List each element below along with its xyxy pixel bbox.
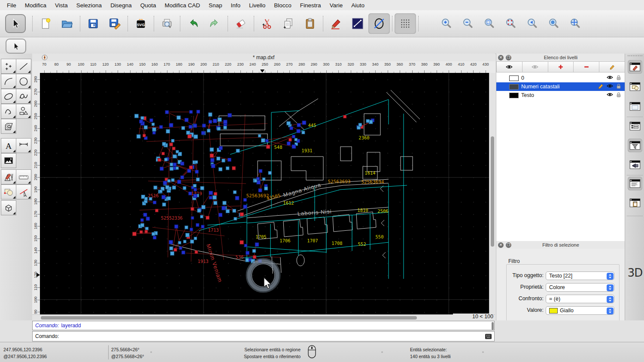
history-scrollbar-thumb[interactable] (492, 322, 494, 330)
zoom-previous-button[interactable] (522, 14, 543, 33)
hatch-tool[interactable] (1, 119, 16, 134)
cut-button[interactable] (256, 14, 278, 33)
layer-visibility-icon[interactable] (606, 83, 614, 90)
menu-item-info[interactable]: Info (227, 2, 245, 9)
new-file-button[interactable] (35, 14, 56, 33)
command-window-button[interactable] (628, 177, 642, 190)
ellipse-tool-button[interactable] (368, 13, 390, 34)
clipboard-window-button[interactable] (628, 196, 642, 210)
trim-tool[interactable] (16, 184, 31, 199)
dropdown-stepper-icon[interactable] (607, 284, 614, 291)
zoom-out-button[interactable] (457, 14, 479, 33)
layer-row-testo[interactable]: Testo (496, 91, 625, 100)
filter-select-3[interactable]: Giallo (546, 306, 614, 315)
close-icon[interactable]: ✕ (498, 55, 504, 60)
menu-item-blocco[interactable]: Blocco (270, 2, 296, 9)
layers-window-button[interactable] (628, 119, 642, 133)
menu-item-seleziona[interactable]: Seleziona (72, 2, 106, 9)
save-as-button[interactable] (104, 14, 125, 33)
layer-visibility-icon[interactable] (606, 92, 614, 99)
layer-lock-icon[interactable] (616, 75, 622, 82)
dock-3d-label[interactable]: 3D (626, 266, 644, 279)
layer-lock-icon[interactable] (616, 92, 622, 99)
dimension-tool[interactable] (16, 138, 31, 153)
polygon-tool[interactable] (16, 104, 31, 119)
layer-lock-icon[interactable] (616, 83, 622, 90)
draw-pencil-button[interactable] (325, 14, 347, 33)
ellipse-tool[interactable] (1, 89, 16, 104)
spline-tool[interactable] (16, 89, 31, 104)
dropdown-stepper-icon[interactable] (607, 296, 614, 303)
menu-item-livello[interactable]: Livello (245, 2, 270, 9)
eye-on-button[interactable] (496, 61, 522, 72)
points-tool[interactable] (1, 59, 16, 74)
save-button[interactable] (82, 14, 104, 33)
svg-export-button[interactable]: SVG (130, 14, 152, 33)
filter-select-2[interactable]: = (è) (546, 295, 614, 303)
detach-panel-icon[interactable]: ❐ (506, 55, 511, 60)
line-tool-button[interactable] (347, 14, 368, 33)
edit-shapes-tool[interactable] (1, 184, 16, 199)
shapes-window-button[interactable] (628, 80, 642, 94)
circle-tool[interactable] (16, 74, 31, 89)
select-tool-button[interactable] (5, 14, 26, 33)
tools-window-button[interactable] (628, 60, 642, 74)
dock-drag-handle[interactable] (628, 55, 642, 56)
zoom-window-button[interactable] (543, 14, 565, 33)
construct-tool[interactable] (1, 169, 16, 184)
filter-select-1[interactable]: Colore (546, 283, 614, 292)
zoom-auto-button[interactable] (479, 14, 500, 33)
close-icon[interactable]: ✕ (498, 242, 504, 248)
paste-button[interactable] (299, 14, 321, 33)
menu-item-finestra[interactable]: Finestra (296, 2, 325, 9)
zoom-pan-button[interactable] (565, 14, 586, 33)
menu-item-varie[interactable]: Varie (325, 2, 347, 9)
layer-edit-icon[interactable] (598, 83, 604, 90)
keyboard-icon[interactable] (485, 333, 492, 341)
redo-button[interactable] (204, 14, 225, 33)
measure-tool[interactable] (16, 169, 31, 184)
horizontal-scrollbar[interactable] (32, 314, 495, 321)
menu-item-quota[interactable]: Quota (136, 2, 161, 9)
edit-layer-button[interactable] (599, 61, 625, 72)
menu-item-aiuto[interactable]: Aiuto (347, 2, 369, 9)
grid-toggle-button[interactable] (395, 13, 416, 34)
dropdown-stepper-icon[interactable] (607, 308, 614, 314)
filter-window-button[interactable] (628, 139, 642, 152)
vertical-scrollbar[interactable] (489, 73, 495, 314)
horizontal-scrollbar-thumb[interactable] (41, 316, 417, 320)
undo-button[interactable] (182, 14, 204, 33)
print-preview-button[interactable] (156, 14, 178, 33)
zoom-in-button[interactable] (436, 14, 457, 33)
blank-window-button[interactable] (628, 100, 642, 113)
image-tool[interactable] (1, 153, 16, 168)
filter-select-0[interactable]: Testo [22] (546, 272, 614, 280)
menu-item-modifica[interactable]: Modifica (21, 2, 51, 9)
layer-row-numeri-catastali[interactable]: Numeri catastali (496, 82, 625, 91)
menu-item-disegna[interactable]: Disegna (106, 2, 136, 9)
polyline-tool[interactable] (1, 104, 16, 119)
menu-item-modifica-cad[interactable]: Modifica CAD (160, 2, 204, 9)
eraser-button[interactable] (230, 14, 252, 33)
line-tool[interactable] (16, 59, 31, 74)
menu-item-snap[interactable]: Snap (204, 2, 227, 9)
command-input[interactable] (61, 333, 494, 340)
pointer-mode-button[interactable] (6, 39, 26, 54)
layer-row-0[interactable]: 0 (496, 74, 625, 82)
dropdown-stepper-icon[interactable] (607, 273, 614, 280)
menu-item-file[interactable]: File (3, 2, 21, 9)
eye-off-button[interactable] (522, 61, 548, 72)
remove-layer-button[interactable] (574, 61, 599, 72)
box3d-tool[interactable] (1, 200, 16, 215)
text-tool[interactable]: A (1, 138, 16, 153)
copy-button[interactable] (278, 14, 299, 33)
menu-item-vista[interactable]: Vista (51, 2, 72, 9)
light-window-button[interactable] (628, 158, 642, 172)
detach-panel-icon[interactable]: ❐ (506, 242, 511, 248)
zoom-selection-button[interactable] (500, 14, 522, 33)
open-file-button[interactable] (56, 14, 78, 33)
vertical-scrollbar-thumb[interactable] (491, 136, 494, 247)
add-layer-button[interactable] (548, 61, 574, 72)
layer-visibility-icon[interactable] (606, 75, 614, 81)
arc-tool[interactable] (1, 74, 16, 89)
